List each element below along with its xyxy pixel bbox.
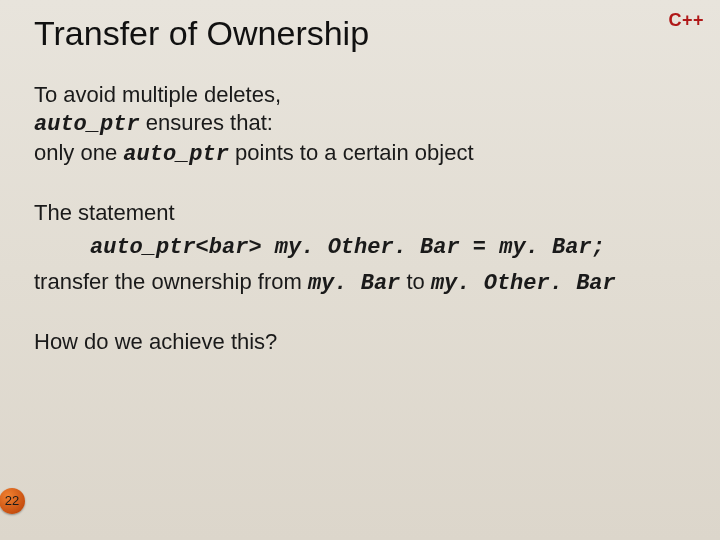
paragraph-1: To avoid multiple deletes, auto_ptr ensu… [34, 81, 690, 169]
slide-body: To avoid multiple deletes, auto_ptr ensu… [34, 81, 690, 356]
code-inline: my. Bar [308, 271, 400, 296]
text: only one [34, 140, 123, 165]
text: To avoid multiple deletes, [34, 82, 281, 107]
text: points to a certain object [229, 140, 474, 165]
slide-title: Transfer of Ownership [34, 14, 690, 53]
page-number-badge: 22 [0, 488, 25, 514]
text: to [400, 269, 431, 294]
text: ensures that: [140, 110, 273, 135]
paragraph-3: How do we achieve this? [34, 328, 690, 356]
code-inline: auto_ptr [34, 112, 140, 137]
slide: C++ Transfer of Ownership To avoid multi… [0, 0, 720, 540]
code-line: auto_ptr<bar> my. Other. Bar = my. Bar; [90, 234, 690, 262]
code-inline: my. Other. Bar [431, 271, 616, 296]
text: The statement [34, 200, 175, 225]
cpp-badge: C++ [668, 10, 704, 31]
text: How do we achieve this? [34, 329, 277, 354]
paragraph-2: The statement auto_ptr<bar> my. Other. B… [34, 199, 690, 297]
text: transfer the ownership from [34, 269, 308, 294]
code-inline: auto_ptr [123, 142, 229, 167]
